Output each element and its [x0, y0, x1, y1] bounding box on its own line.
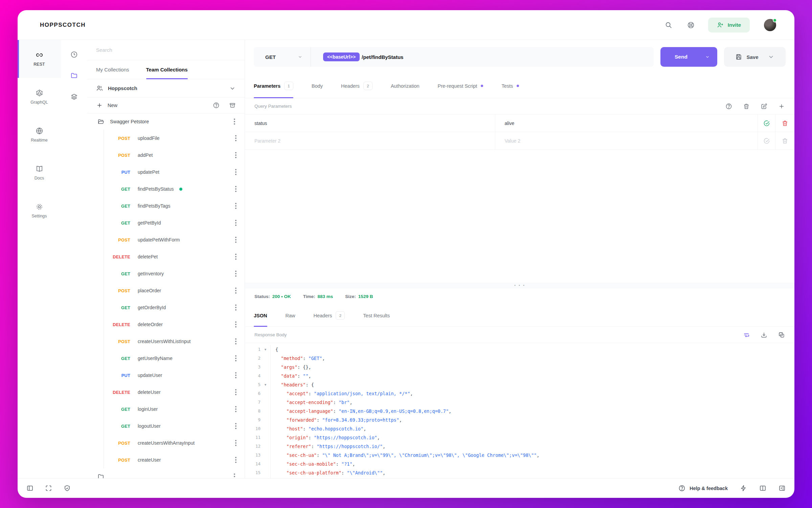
request-row[interactable]: POSTplaceOrder — [104, 282, 245, 299]
request-row[interactable]: GETloginUser — [104, 401, 245, 418]
wrap-lines-icon[interactable] — [743, 332, 750, 338]
search-icon[interactable] — [665, 21, 672, 29]
request-row[interactable]: GETgetUserByName — [104, 350, 245, 367]
sidebar-item-settings[interactable]: Settings — [18, 192, 61, 230]
request-row[interactable]: GETfindPetsByTags — [104, 197, 245, 214]
collection-menu-kebab-icon[interactable] — [232, 119, 237, 125]
request-tab-tests[interactable]: Tests — [501, 74, 519, 98]
request-menu-kebab-icon[interactable] — [233, 203, 239, 209]
collections-tab-my-collections[interactable]: My Collections — [96, 60, 129, 79]
edit-bulk-icon[interactable] — [761, 103, 767, 110]
help-feedback-button[interactable]: Help & feedback — [678, 485, 728, 492]
request-menu-kebab-icon[interactable] — [233, 321, 239, 327]
help-circle-icon[interactable] — [213, 102, 220, 109]
request-menu-kebab-icon[interactable] — [233, 355, 239, 361]
request-menu-kebab-icon[interactable] — [233, 372, 239, 378]
request-row[interactable]: GETlogoutUser — [104, 418, 245, 435]
collection-menu-kebab-icon[interactable] — [232, 473, 237, 478]
request-row[interactable]: POSTaddPet — [104, 147, 245, 164]
collections-tab-team-collections[interactable]: Team Collections — [146, 60, 188, 79]
param-delete-icon[interactable] — [775, 132, 794, 149]
support-icon[interactable] — [687, 21, 695, 29]
fold-arrow-icon[interactable]: ▼ — [261, 345, 271, 354]
param-key-input[interactable]: Parameter 2 — [245, 132, 495, 149]
param-toggle-active-icon[interactable] — [758, 132, 775, 149]
request-row[interactable]: PUTupdateUser — [104, 367, 245, 384]
request-menu-kebab-icon[interactable] — [233, 406, 239, 412]
save-options-chevron-icon[interactable] — [768, 54, 774, 60]
request-row[interactable]: POSTcreateUser — [104, 451, 245, 468]
interceptor-shield-icon[interactable] — [64, 485, 71, 492]
method-select[interactable]: GET — [254, 54, 311, 60]
request-menu-kebab-icon[interactable] — [233, 288, 239, 294]
add-param-plus-icon[interactable] — [778, 103, 785, 110]
request-menu-kebab-icon[interactable] — [233, 169, 239, 175]
request-menu-kebab-icon[interactable] — [233, 271, 239, 277]
expand-fullscreen-icon[interactable] — [45, 485, 52, 492]
request-menu-kebab-icon[interactable] — [233, 440, 239, 446]
clear-all-trash-icon[interactable] — [743, 103, 750, 110]
request-row[interactable]: POSTupdatePetWithForm — [104, 231, 245, 248]
response-tab-test-results[interactable]: Test Results — [363, 304, 390, 326]
response-body-code[interactable]: 1▼{2 "method": "GET",3 "args": {},4 "dat… — [245, 343, 794, 478]
collection-row-partial[interactable] — [87, 468, 245, 478]
archive-icon[interactable] — [229, 102, 236, 109]
request-row[interactable]: GETgetPetById — [104, 214, 245, 231]
response-tab-raw[interactable]: Raw — [286, 304, 295, 326]
request-row[interactable]: POSTuploadFile — [104, 130, 245, 147]
base-url-pill[interactable]: <<baseUrl>> — [323, 52, 360, 61]
plus-icon[interactable] — [96, 102, 103, 109]
request-row[interactable]: GETgetInventory — [104, 265, 245, 282]
request-tab-parameters[interactable]: Parameters1 — [254, 74, 293, 98]
sidebar-item-graphql[interactable]: GraphQL — [18, 78, 61, 116]
avatar[interactable] — [764, 19, 776, 31]
collections-folder-icon[interactable] — [70, 72, 78, 79]
sidebar-item-realtime[interactable]: Realtime — [18, 116, 61, 154]
request-row[interactable]: GETfindPetsByStatus — [104, 181, 245, 197]
response-tab-json[interactable]: JSON — [254, 304, 267, 326]
param-key-input[interactable]: status — [245, 114, 495, 132]
request-menu-kebab-icon[interactable] — [233, 135, 239, 141]
environments-layers-icon[interactable] — [70, 93, 78, 100]
request-menu-kebab-icon[interactable] — [233, 304, 239, 311]
request-menu-kebab-icon[interactable] — [233, 389, 239, 395]
request-menu-kebab-icon[interactable] — [233, 457, 239, 463]
help-circle-icon[interactable] — [725, 103, 732, 110]
request-tab-body[interactable]: Body — [312, 74, 323, 98]
send-button[interactable]: Send — [660, 47, 717, 67]
request-tab-authorization[interactable]: Authorization — [391, 74, 420, 98]
sidebar-item-docs[interactable]: Docs — [18, 154, 61, 192]
collection-row[interactable]: Swagger Petstore — [87, 113, 245, 130]
request-menu-kebab-icon[interactable] — [233, 254, 239, 260]
shortcuts-zap-icon[interactable] — [740, 485, 747, 492]
request-row[interactable]: DELETEdeletePet — [104, 248, 245, 265]
toggle-sidebar-icon[interactable] — [26, 485, 33, 492]
save-button[interactable]: Save — [724, 47, 786, 67]
url-input[interactable]: <<baseUrl>> /pet/findByStatus — [311, 52, 403, 61]
request-menu-kebab-icon[interactable] — [233, 186, 239, 192]
column-layout-icon[interactable] — [759, 485, 766, 492]
request-menu-kebab-icon[interactable] — [233, 152, 239, 158]
sidebar-item-rest[interactable]: REST — [18, 40, 61, 78]
response-tab-headers[interactable]: Headers2 — [314, 304, 345, 326]
request-row[interactable]: GETgetOrderById — [104, 299, 245, 316]
request-row[interactable]: PUTupdatePet — [104, 164, 245, 181]
collapse-right-panel-icon[interactable] — [779, 485, 786, 492]
request-menu-kebab-icon[interactable] — [233, 338, 239, 344]
request-tab-headers[interactable]: Headers2 — [341, 74, 373, 98]
request-menu-kebab-icon[interactable] — [233, 237, 239, 243]
request-tab-pre-request-script[interactable]: Pre-request Script — [438, 74, 483, 98]
param-toggle-active-icon[interactable] — [758, 114, 775, 132]
param-value-input[interactable]: Value 2 — [495, 132, 758, 149]
request-menu-kebab-icon[interactable] — [233, 220, 239, 226]
fold-arrow-icon[interactable]: ▼ — [261, 380, 271, 389]
request-row[interactable]: POSTcreateUsersWithArrayInput — [104, 435, 245, 451]
param-delete-icon[interactable] — [775, 114, 794, 132]
invite-button[interactable]: Invite — [708, 18, 750, 33]
request-row[interactable]: POSTcreateUsersWithListInput — [104, 333, 245, 350]
pane-resize-handle[interactable] — [245, 283, 794, 288]
request-row[interactable]: DELETEdeleteUser — [104, 384, 245, 401]
param-value-input[interactable]: alive — [495, 114, 758, 132]
send-options-chevron-icon[interactable] — [705, 55, 710, 59]
request-row[interactable]: DELETEdeleteOrder — [104, 316, 245, 333]
